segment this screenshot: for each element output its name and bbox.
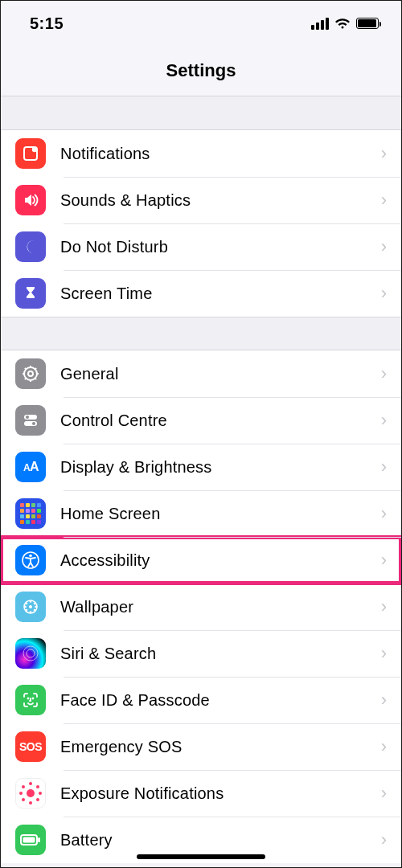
svg-point-19 [29, 555, 32, 558]
svg-rect-36 [38, 837, 40, 842]
chevron-right-icon: › [381, 643, 387, 664]
svg-point-13 [26, 416, 29, 419]
moon-icon [15, 231, 46, 262]
cell-wallpaper[interactable]: Wallpaper › [1, 583, 401, 630]
svg-point-23 [35, 606, 37, 608]
svg-point-28 [26, 603, 28, 605]
battery-icon [356, 18, 379, 29]
cell-label: Home Screen [60, 505, 381, 523]
page-title: Settings [1, 60, 401, 81]
chevron-right-icon: › [381, 690, 387, 710]
chevron-right-icon: › [381, 829, 387, 850]
cell-label: Emergency SOS [60, 738, 381, 756]
toggles-icon [15, 405, 46, 436]
hourglass-icon [15, 278, 46, 309]
cell-label: Accessibility [60, 551, 381, 570]
status-indicators [311, 18, 379, 30]
cell-label: Screen Time [60, 285, 381, 303]
home-screen-icon [15, 498, 46, 529]
cell-faceid[interactable]: Face ID & Passcode › [1, 677, 401, 723]
sos-icon: SOS [15, 731, 46, 762]
cellular-signal-icon [311, 18, 329, 30]
cell-siri[interactable]: Siri & Search › [1, 630, 401, 677]
cell-screentime[interactable]: Screen Time › [1, 270, 401, 317]
cell-label: Notifications [60, 145, 381, 163]
chevron-right-icon: › [381, 236, 387, 257]
home-indicator[interactable] [137, 854, 265, 859]
chevron-right-icon: › [381, 783, 387, 804]
battery-icon [15, 825, 46, 855]
svg-point-22 [34, 603, 36, 605]
cell-label: Siri & Search [60, 645, 381, 663]
settings-screen: 5:15 Settings Notifications › Sounds & H… [0, 0, 402, 868]
cell-label: Exposure Notifications [60, 784, 381, 803]
cell-dnd[interactable]: Do Not Disturb › [1, 223, 401, 270]
svg-point-27 [24, 606, 27, 608]
chevron-right-icon: › [381, 550, 387, 571]
chevron-right-icon: › [381, 457, 387, 477]
cell-sos[interactable]: SOS Emergency SOS › [1, 723, 401, 770]
cell-exposure[interactable]: Exposure Notifications › [1, 770, 401, 817]
chevron-right-icon: › [381, 736, 387, 757]
cell-label: Do Not Disturb [60, 238, 381, 256]
siri-icon [15, 638, 46, 669]
svg-point-21 [30, 600, 32, 603]
settings-group-2: General › Control Centre › AA Display & … [1, 350, 401, 863]
cell-sounds[interactable]: Sounds & Haptics › [1, 177, 401, 223]
chevron-right-icon: › [381, 410, 387, 431]
group-spacer [1, 317, 401, 350]
cell-label: Display & Brightness [60, 458, 381, 477]
cell-general[interactable]: General › [1, 350, 401, 397]
svg-point-3 [28, 371, 33, 376]
settings-group-1: Notifications › Sounds & Haptics › Do No… [1, 130, 401, 317]
cell-label: Battery [60, 831, 381, 850]
chevron-right-icon: › [381, 190, 387, 211]
cell-label: Sounds & Haptics [60, 191, 381, 210]
text-size-icon: AA [15, 452, 46, 482]
wifi-icon [334, 18, 351, 30]
cell-label: Control Centre [60, 411, 381, 430]
accessibility-icon [15, 545, 46, 575]
svg-point-1 [32, 147, 37, 152]
cell-notifications[interactable]: Notifications › [1, 130, 401, 177]
chevron-right-icon: › [381, 283, 387, 304]
face-id-icon [15, 685, 46, 715]
svg-point-31 [27, 649, 35, 657]
status-bar: 5:15 [1, 1, 401, 46]
sounds-icon [15, 185, 46, 215]
cell-label: Wallpaper [60, 598, 381, 616]
chevron-right-icon: › [381, 363, 387, 384]
svg-point-26 [26, 609, 28, 612]
svg-point-30 [23, 646, 38, 661]
svg-point-25 [30, 611, 32, 613]
group-spacer [1, 96, 401, 130]
cell-homescreen[interactable]: Home Screen › [1, 490, 401, 537]
cell-controlcentre[interactable]: Control Centre › [1, 397, 401, 444]
svg-point-15 [32, 422, 35, 425]
gear-icon [15, 358, 46, 389]
cell-accessibility[interactable]: Accessibility › [1, 537, 401, 583]
nav-header: Settings [1, 46, 401, 96]
notifications-icon [15, 138, 46, 169]
wallpaper-icon [15, 592, 46, 622]
chevron-right-icon: › [381, 143, 387, 164]
svg-text:A: A [30, 460, 39, 473]
cell-label: Face ID & Passcode [60, 691, 381, 710]
svg-point-32 [28, 698, 29, 699]
svg-rect-35 [23, 837, 35, 843]
cell-display[interactable]: AA Display & Brightness › [1, 444, 401, 490]
chevron-right-icon: › [381, 503, 387, 524]
chevron-right-icon: › [381, 596, 387, 617]
svg-point-33 [33, 698, 34, 699]
status-time: 5:15 [30, 14, 64, 33]
exposure-icon [15, 778, 46, 809]
svg-point-24 [34, 609, 36, 612]
cell-label: General [60, 365, 381, 383]
svg-point-29 [29, 605, 32, 608]
